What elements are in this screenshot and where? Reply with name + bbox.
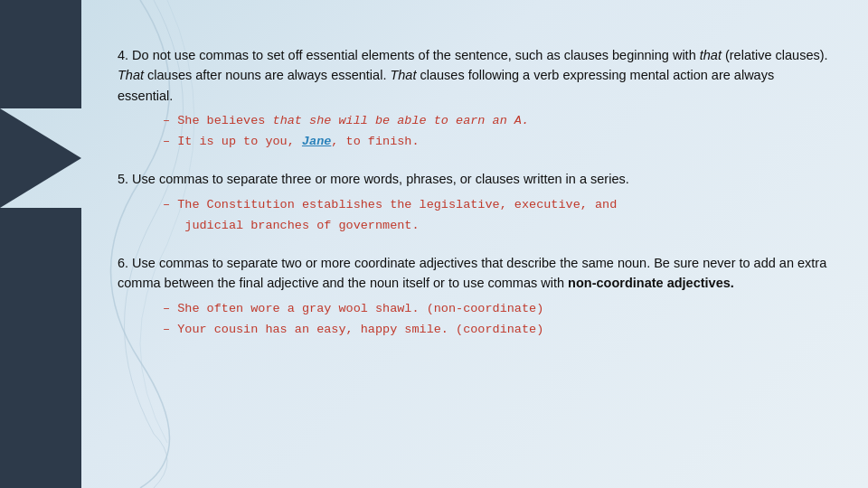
section-6-heading: 6. Use commas to separate two or more co… [118, 253, 832, 294]
example-4-text: She often wore a gray wool shawl. (non-c… [177, 302, 543, 315]
deco-arrow [0, 108, 81, 208]
section-4-example-2: – It is up to you, Jane, to finish. [163, 132, 832, 153]
dash-icon-4: – [163, 302, 177, 315]
example-5-text: Your cousin has an easy, happy smile. (c… [177, 323, 543, 336]
content-area: 4. Do not use commas to set off essentia… [99, 36, 850, 470]
section-4-italic3: That [390, 68, 416, 82]
section-5-example-1: – The Constitution establishes the legis… [163, 195, 832, 237]
dash-icon-2: – [163, 135, 177, 148]
section-5-heading: 5. Use commas to separate three or more … [118, 169, 832, 189]
deco-bar-top [0, 0, 81, 108]
section-4: 4. Do not use commas to set off essentia… [118, 45, 832, 153]
section-4-italic1: that [700, 48, 722, 62]
section-4-example-1: – She believes that she will be able to … [163, 111, 832, 132]
section-6-example-2: – Your cousin has an easy, happy smile. … [163, 320, 832, 341]
section-5: 5. Use commas to separate three or more … [118, 169, 832, 236]
section-5-examples: – The Constitution establishes the legis… [118, 195, 832, 237]
section-4-examples: – She believes that she will be able to … [118, 111, 832, 153]
deco-bar-bottom [0, 208, 81, 488]
section-4-mid: (relative clauses). [722, 48, 828, 62]
dash-icon-1: – [163, 114, 177, 127]
section-6: 6. Use commas to separate two or more co… [118, 253, 832, 341]
example-2-text: It is up to you, Jane, to finish. [177, 135, 419, 148]
section-4-heading: 4. Do not use commas to set off essentia… [118, 45, 832, 106]
section-4-number: 4. Do not use commas to set off essentia… [118, 48, 700, 62]
section-6-bold: non-coordinate adjectives. [568, 276, 734, 290]
dash-icon-5: – [163, 323, 177, 336]
section-4-italic2: That [118, 68, 144, 82]
section-6-example-1: – She often wore a gray wool shawl. (non… [163, 299, 832, 320]
section-5-label: 5. Use commas to separate three or more … [118, 172, 629, 186]
example-3-text: The Constitution establishes the legisla… [163, 198, 617, 232]
section-4-rest1: clauses after nouns are always essential… [144, 68, 390, 82]
dash-icon-3: – [163, 198, 177, 211]
example-1-text: She believes that she will be able to ea… [177, 114, 529, 127]
section-6-examples: – She often wore a gray wool shawl. (non… [118, 299, 832, 341]
